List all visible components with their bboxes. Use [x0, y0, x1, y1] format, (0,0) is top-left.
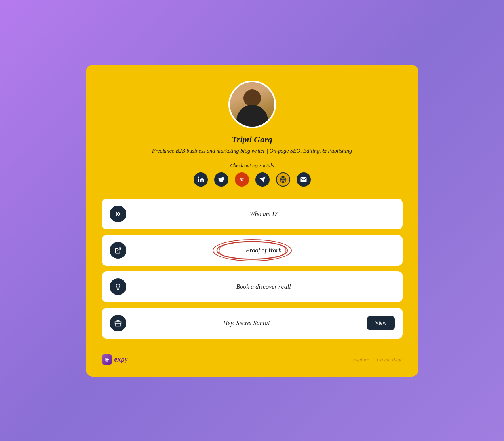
chevrons-right-icon [110, 206, 126, 222]
svg-marker-3 [259, 176, 265, 182]
profile-card: Tripti Garg Freelance B2B business and m… [86, 65, 418, 377]
svg-line-6 [117, 248, 120, 251]
proof-of-work-label: Proof of Work [133, 247, 395, 254]
linkedin-icon[interactable] [194, 172, 208, 187]
expy-icon [102, 354, 112, 365]
secret-santa-card[interactable]: Hey, Secret Santa! View [102, 308, 403, 339]
create-page-link[interactable]: Create Page [377, 356, 403, 363]
lightbulb-icon [110, 278, 126, 295]
expy-logo[interactable]: expy [102, 354, 128, 365]
socials-row: M [194, 172, 311, 187]
avatar [228, 81, 276, 128]
profile-name: Tripti Garg [232, 134, 272, 145]
medium-label: M [240, 176, 244, 183]
svg-rect-0 [198, 178, 199, 182]
profile-tagline: Freelance B2B business and marketing blo… [152, 148, 352, 154]
medium-icon[interactable]: M [235, 172, 249, 187]
socials-label: Check out my socials [230, 162, 274, 168]
who-am-i-card[interactable]: Who am I? [102, 199, 403, 229]
svg-point-1 [198, 176, 199, 178]
discovery-call-label: Book a discovery call [133, 283, 395, 290]
email-icon[interactable] [297, 172, 311, 187]
who-am-i-label: Who am I? [133, 210, 395, 218]
discovery-call-card[interactable]: Book a discovery call [102, 271, 403, 302]
footer-links: Explore | Create Page [353, 356, 402, 363]
telegram-icon[interactable] [255, 172, 270, 187]
view-button[interactable]: View [367, 316, 394, 330]
explore-link[interactable]: Explore [353, 356, 369, 363]
proof-of-work-card[interactable]: Proof of Work [102, 235, 403, 266]
external-link-icon [110, 242, 126, 259]
twitter-icon[interactable] [214, 172, 228, 187]
expy-text: expy [114, 355, 128, 363]
gift-icon [110, 315, 126, 331]
globe-icon[interactable] [276, 172, 290, 187]
secret-santa-label: Hey, Secret Santa! [133, 320, 361, 327]
links-section: Who am I? Proof of Work Book a discovery… [102, 199, 403, 339]
avatar-image [230, 82, 274, 127]
footer-separator: | [372, 356, 374, 363]
footer: expy Explore | Create Page [102, 350, 403, 365]
